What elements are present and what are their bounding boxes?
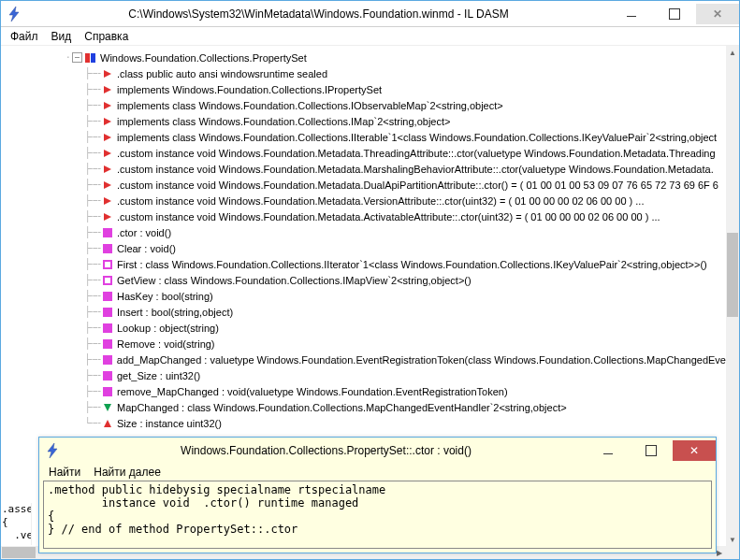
tree-node-label: .class public auto ansi windowsruntime s… xyxy=(117,68,327,79)
app-icon xyxy=(1,7,27,22)
tree-node[interactable]: ├╌╌Remove : void(string) xyxy=(1,336,726,352)
il-body[interactable]: .method public hidebysig specialname rts… xyxy=(43,481,712,549)
tree-node[interactable]: ├╌╌implements Windows.Foundation.Collect… xyxy=(1,81,726,97)
il-close-button[interactable] xyxy=(673,440,716,461)
vscroll-thumb[interactable] xyxy=(727,233,738,317)
tree-node[interactable]: ├╌╌.custom instance void Windows.Foundat… xyxy=(1,177,726,193)
svg-marker-5 xyxy=(104,134,111,141)
method-icon xyxy=(102,370,113,381)
tree-node-label: .ctor : void() xyxy=(117,227,171,238)
tree-node-label: implements Windows.Foundation.Collection… xyxy=(117,84,382,95)
tree-node-label: get_Size : uint32() xyxy=(117,370,200,381)
il-maximize-button[interactable] xyxy=(630,440,673,461)
red-triangle-icon xyxy=(102,148,113,159)
tree-node-label: implements class Windows.Foundation.Coll… xyxy=(117,116,450,127)
il-menu-find-next[interactable]: Найти далее xyxy=(94,466,161,479)
il-titlebar[interactable]: Windows.Foundation.Collections.PropertyS… xyxy=(39,438,716,464)
tree-node[interactable]: ├╌╌implements class Windows.Foundation.C… xyxy=(1,97,726,113)
tree-node[interactable]: ├╌╌.custom instance void Windows.Foundat… xyxy=(1,208,726,224)
svg-marker-11 xyxy=(104,404,111,411)
tree-node-label: HasKey : bool(string) xyxy=(117,291,213,302)
tree-node[interactable]: ├╌╌.custom instance void Windows.Foundat… xyxy=(1,161,726,177)
method-icon xyxy=(102,243,113,254)
menu-help[interactable]: Справка xyxy=(84,30,128,43)
tree-node[interactable]: ├╌╌.custom instance void Windows.Foundat… xyxy=(1,145,726,161)
tree-node[interactable]: ├╌╌Clear : void() xyxy=(1,240,726,256)
close-button[interactable] xyxy=(696,4,739,24)
tree-node[interactable]: ├╌╌.class public auto ansi windowsruntim… xyxy=(1,65,726,81)
red-triangle-icon xyxy=(102,132,113,143)
scroll-up-arrow[interactable]: ▲ xyxy=(726,46,739,59)
method-icon xyxy=(102,338,113,350)
tree-node-label: MapChanged : class Windows.Foundation.Co… xyxy=(117,402,567,413)
tree-node-label: Insert : bool(string,object) xyxy=(117,307,233,318)
il-minimize-button[interactable] xyxy=(587,440,630,461)
tree-node[interactable]: ├╌╌Insert : bool(string,object) xyxy=(1,304,726,320)
scroll-down-arrow[interactable]: ▼ xyxy=(726,533,739,546)
svg-marker-2 xyxy=(104,86,111,93)
tree-node[interactable]: └╌╌Size : instance uint32() xyxy=(1,415,726,431)
tree-node[interactable]: ├╌╌remove_MapChanged : void(valuetype Wi… xyxy=(1,383,726,399)
method-icon xyxy=(102,323,113,334)
method-outline-icon xyxy=(102,275,113,286)
red-triangle-icon xyxy=(102,211,113,223)
tree-node[interactable]: ├╌╌add_MapChanged : valuetype Windows.Fo… xyxy=(1,352,726,367)
tree-node-label: remove_MapChanged : void(valuetype Windo… xyxy=(117,386,508,397)
tree-node-label: First : class Windows.Foundation.Collect… xyxy=(117,259,707,270)
tree-node[interactable]: ├╌╌HasKey : bool(string) xyxy=(1,288,726,304)
menu-view[interactable]: Вид xyxy=(51,30,72,43)
tree-node-label: .custom instance void Windows.Foundation… xyxy=(117,148,716,159)
assembly-snippet: .assen { .ver : xyxy=(2,503,32,545)
method-icon xyxy=(102,227,113,238)
tree-node[interactable]: ├╌╌implements class Windows.Foundation.C… xyxy=(1,129,726,145)
tree-node[interactable]: ├╌╌.ctor : void() xyxy=(1,224,726,240)
svg-marker-9 xyxy=(104,197,111,205)
expand-toggle[interactable]: – xyxy=(72,52,82,63)
method-icon xyxy=(102,291,113,302)
red-triangle-icon xyxy=(102,179,113,191)
method-icon xyxy=(102,354,113,366)
scroll-corner xyxy=(726,546,739,559)
tree-node-label: .custom instance void Windows.Foundation… xyxy=(117,179,718,191)
tree-node[interactable]: ├╌╌Lookup : object(string) xyxy=(1,320,726,336)
class-icon xyxy=(85,52,96,64)
minimize-button[interactable] xyxy=(610,4,653,24)
red-triangle-icon xyxy=(102,68,113,79)
svg-marker-13 xyxy=(48,443,57,458)
main-title: C:\Windows\System32\WinMetadata\Windows.… xyxy=(27,7,610,21)
svg-marker-7 xyxy=(104,165,111,173)
hscroll-thumb[interactable] xyxy=(2,547,36,558)
il-menu-find[interactable]: Найти xyxy=(49,466,80,479)
tree-node[interactable]: ├╌╌get_Size : uint32() xyxy=(1,367,726,383)
tree-node[interactable]: ├╌╌implements class Windows.Foundation.C… xyxy=(1,113,726,129)
tree-node[interactable]: ├╌╌.custom instance void Windows.Foundat… xyxy=(1,193,726,208)
main-titlebar[interactable]: C:\Windows\System32\WinMetadata\Windows.… xyxy=(1,1,739,27)
tree-node-label: Remove : void(string) xyxy=(117,338,215,350)
svg-marker-8 xyxy=(104,181,111,189)
tree-node[interactable]: ├╌╌GetView : class Windows.Foundation.Co… xyxy=(1,272,726,288)
il-app-icon xyxy=(39,443,65,458)
il-window-buttons xyxy=(587,440,716,461)
tree-node-label: implements class Windows.Foundation.Coll… xyxy=(117,100,503,111)
method-icon xyxy=(102,307,113,318)
tree-node[interactable]: ├╌╌First : class Windows.Foundation.Coll… xyxy=(1,256,726,272)
red-triangle-icon xyxy=(102,164,113,175)
menu-file[interactable]: Файл xyxy=(10,30,38,43)
red-triangle-icon xyxy=(102,116,113,127)
il-menubar: Найти Найти далее xyxy=(39,464,716,481)
tree-node-label: add_MapChanged : valuetype Windows.Found… xyxy=(117,354,726,366)
tree-node-label: GetView : class Windows.Foundation.Colle… xyxy=(117,275,472,286)
svg-marker-1 xyxy=(104,70,111,78)
tree-node[interactable]: ├╌╌MapChanged : class Windows.Foundation… xyxy=(1,399,726,415)
il-title: Windows.Foundation.Collections.PropertyS… xyxy=(65,444,587,457)
maximize-button[interactable] xyxy=(653,4,696,24)
main-menubar: Файл Вид Справка xyxy=(1,27,739,46)
tree-node-label: Windows.Foundation.Collections.PropertyS… xyxy=(100,52,307,64)
red-triangle-icon xyxy=(102,84,113,95)
tree-node-label: Clear : void() xyxy=(117,243,176,254)
il-window[interactable]: Windows.Foundation.Collections.PropertyS… xyxy=(38,437,717,553)
vertical-scrollbar[interactable]: ▲ ▼ xyxy=(726,46,739,546)
svg-marker-4 xyxy=(104,118,111,125)
tree-node-label: implements class Windows.Foundation.Coll… xyxy=(117,132,717,143)
tree-node-root[interactable]: ·–Windows.Foundation.Collections.Propert… xyxy=(1,50,726,65)
